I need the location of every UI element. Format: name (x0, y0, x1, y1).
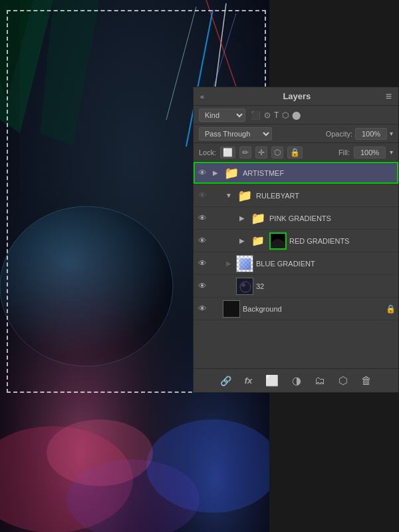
fill-label: Fill: (338, 148, 350, 156)
layer-item[interactable]: 👁 ▶ 📁 ARTISTMEF (194, 162, 398, 184)
new-group-button[interactable]: 🗂 (312, 374, 328, 388)
layer-item[interactable]: 👁 ▶ Background 🔒 (194, 298, 398, 320)
expand-icon[interactable]: ▶ (211, 169, 220, 176)
opacity-value[interactable]: 100% (355, 128, 387, 140)
lock-label: Lock: (199, 148, 216, 156)
layer-thumbnail (236, 255, 253, 272)
new-layer-button[interactable]: ⬡ (336, 373, 350, 388)
bottom-toolbar: 🔗 fx ⬜ ◑ 🗂 ⬡ 🗑 (194, 368, 398, 392)
layer-name: RULEBYART (256, 192, 396, 200)
lock-row: Lock: ⬜ ✏ ✛ ⬡ 🔒 Fill: 100% ▾ (194, 143, 398, 162)
layer-item[interactable]: 👁 ▼ 📁 RULEBYART (194, 184, 398, 207)
new-fill-layer-button[interactable]: ⬜ (263, 373, 281, 388)
layer-name: ARTISTMEF (243, 169, 396, 177)
layer-thumbnail: 📁 (223, 164, 240, 182)
kind-select[interactable]: Kind (199, 109, 245, 122)
blend-mode-select[interactable]: Pass Through Normal Multiply Screen (199, 127, 272, 140)
eye-icon[interactable]: 👁 (196, 213, 208, 223)
expand-icon[interactable]: ▼ (224, 192, 233, 199)
delete-layer-button[interactable]: 🗑 (358, 374, 374, 388)
lock-paint-icon[interactable]: ✏ (239, 146, 251, 158)
panel-header: « Layers ≡ (194, 87, 398, 106)
layer-item[interactable]: 👁 ▶ BLUE GRADIENT (194, 252, 398, 275)
expand-icon[interactable]: ▶ (224, 260, 233, 267)
layer-item[interactable]: 👁 ▶ 32 (194, 275, 398, 298)
lock-transparent-icon[interactable]: ⬜ (220, 146, 235, 158)
layer-name: 32 (256, 282, 396, 290)
eye-icon[interactable]: 👁 (196, 168, 208, 178)
eye-icon[interactable]: 👁 (196, 236, 208, 246)
layer-name: PINK GRADIENTS (269, 214, 396, 222)
collapse-icon[interactable]: « (200, 93, 204, 101)
layer-name: RED GRADIENTS (289, 237, 396, 245)
layer-name: Background (243, 305, 383, 313)
smart-filter-icon[interactable]: ⬤ (292, 111, 301, 120)
layer-thumbnail: 📁 (236, 187, 253, 204)
opacity-label: Opacity: (326, 130, 352, 138)
fill-value[interactable]: 100% (354, 146, 386, 158)
eye-icon[interactable]: 👁 (196, 304, 208, 314)
lock-all-icon[interactable]: 🔒 (287, 146, 303, 158)
layer-name: BLUE GRADIENT (256, 260, 396, 268)
eye-icon[interactable]: 👁 (196, 281, 208, 291)
layer-lock-icon: 🔒 (386, 304, 396, 314)
layer-thumb-preview (269, 232, 287, 250)
eye-icon[interactable]: 👁 (196, 258, 208, 268)
pixel-filter-icon[interactable]: ⬛ (251, 111, 261, 120)
opacity-chevron[interactable]: ▾ (390, 130, 393, 137)
layer-thumbnail (236, 278, 253, 295)
expand-icon[interactable]: ▶ (237, 237, 247, 244)
svg-rect-14 (0, 0, 20, 200)
lock-move-icon[interactable]: ✛ (255, 146, 267, 158)
adjustment-filter-icon[interactable]: ⊙ (264, 111, 271, 120)
type-filter-icon[interactable]: T (274, 111, 279, 120)
layer-item[interactable]: 👁 ▶ 📁 RED GRADIENTS (194, 230, 398, 252)
kind-icons: ⬛ ⊙ T ⬡ ⬤ (251, 111, 301, 120)
shape-filter-icon[interactable]: ⬡ (282, 111, 289, 120)
fill-chevron[interactable]: ▾ (390, 148, 393, 156)
kind-row: Kind ⬛ ⊙ T ⬡ ⬤ (194, 106, 398, 125)
layer-effects-button[interactable]: fx (242, 374, 255, 387)
blend-row: Pass Through Normal Multiply Screen Opac… (194, 125, 398, 143)
new-adjustment-layer-button[interactable]: ◑ (289, 373, 304, 388)
panel-menu-icon[interactable]: ≡ (386, 91, 392, 103)
expand-icon[interactable]: ▶ (237, 214, 247, 222)
layers-panel: « Layers ≡ Kind ⬛ ⊙ T ⬡ ⬤ Pass Through N… (193, 87, 399, 393)
svg-point-18 (47, 419, 153, 486)
layer-thumbnail (223, 300, 240, 318)
panel-title: Layers (283, 91, 311, 101)
layer-thumbnail: 📁 (249, 232, 267, 250)
eye-icon[interactable]: 👁 (196, 190, 208, 200)
layers-list: 👁 ▶ 📁 ARTISTMEF 👁 ▼ 📁 RULEBYART 👁 ▶ 📁 PI… (194, 162, 398, 368)
layer-item[interactable]: 👁 ▶ 📁 PINK GRADIENTS (194, 207, 398, 230)
layer-thumbnail: 📁 (249, 210, 267, 227)
svg-point-21 (241, 283, 245, 287)
lock-artboard-icon[interactable]: ⬡ (271, 146, 283, 158)
link-layers-button[interactable]: 🔗 (217, 374, 234, 388)
